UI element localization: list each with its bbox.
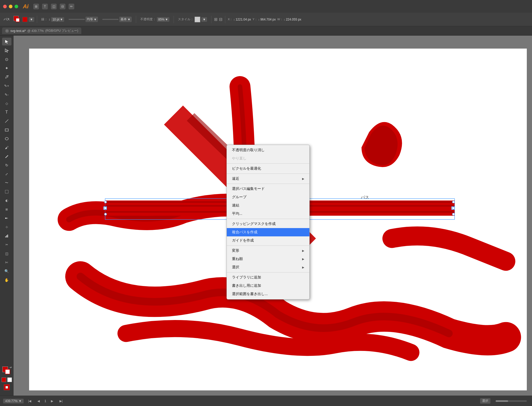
none-mode-btn[interactable]	[7, 377, 12, 382]
color-wells[interactable]	[13, 15, 21, 24]
document-tab[interactable]: × svg-test.ai* @ 439.77% (RGB/GPU プレビュー)	[2, 28, 81, 34]
add-anchor-tool[interactable]: ✎+	[2, 82, 11, 90]
scissors-tool[interactable]: ✄	[2, 258, 11, 266]
menu-sep-2	[227, 174, 309, 174]
menu-item-add-export[interactable]: 書き出し用に追加	[227, 282, 309, 290]
ellipse-tool[interactable]	[2, 135, 11, 143]
rectangle-tool[interactable]	[2, 126, 11, 134]
red-fill-indicator[interactable]	[4, 384, 10, 390]
action-status[interactable]: 選択	[480, 398, 490, 404]
stroke-icon[interactable]: ✏	[69, 4, 74, 9]
stroke-width-group: 線： ↕ 10 pt ▼	[40, 16, 66, 23]
menu-item-add-library[interactable]: ライブラリに追加	[227, 273, 309, 282]
gradient-tool[interactable]	[2, 214, 11, 222]
layout-icon[interactable]: ⊟	[60, 4, 65, 9]
menu-item-transform[interactable]: 変形 ▶	[227, 247, 309, 255]
direct-selection-tool[interactable]	[2, 46, 11, 54]
paintbrush-tool[interactable]: 🖌	[2, 144, 11, 151]
chart-tool[interactable]	[2, 232, 11, 240]
page-number: 1	[44, 399, 46, 403]
style-swatch[interactable]	[195, 17, 200, 22]
main-area: ⊙ ✦ ✎+ ✎- ◇ T 🖌 ↻	[0, 36, 532, 396]
magic-wand-tool[interactable]: ✦	[2, 64, 11, 72]
anchor-convert-tool[interactable]: ◇	[2, 99, 11, 107]
close-button[interactable]	[3, 5, 7, 8]
color-well-area[interactable]: ⇄	[2, 366, 12, 376]
free-transform-tool[interactable]	[2, 188, 11, 196]
prev-page-btn[interactable]: ◀	[36, 398, 41, 404]
stroke-style-select[interactable]: 均等 ▼	[85, 17, 98, 22]
stroke-red-box[interactable]	[22, 17, 28, 22]
libraries-icon[interactable]: ⊞	[33, 4, 39, 9]
type-tool[interactable]: T	[2, 108, 11, 116]
warp-tool[interactable]: 〜	[2, 179, 11, 187]
minimize-button[interactable]	[9, 5, 12, 8]
color-mode-btn[interactable]	[2, 377, 6, 382]
svg-rect-6	[6, 235, 7, 237]
menu-item-average[interactable]: 平均...	[227, 210, 309, 218]
stroke-color-group: ▼	[13, 15, 34, 24]
menu-item-optimize-pixels[interactable]: ピクセルを最適化	[227, 164, 309, 173]
zoom-display[interactable]: 439.77% ▼	[3, 399, 24, 403]
hand-tool[interactable]: ✋	[2, 276, 11, 284]
submenu-arrow-arrange: ▶	[302, 257, 304, 261]
submenu-arrow-transform: ▶	[302, 249, 304, 252]
tab-close-button[interactable]: ×	[5, 29, 9, 33]
line-tool[interactable]	[2, 117, 11, 125]
bottom-color-tools: ⇄	[2, 366, 12, 394]
bridge-icon[interactable]: ◫	[51, 4, 57, 9]
menu-sep-1	[227, 163, 309, 164]
distribute-icon[interactable]: ⊟	[219, 17, 222, 22]
svg-point-18	[104, 213, 107, 215]
svg-point-21	[452, 213, 455, 215]
next-page-btn[interactable]: ▶	[49, 398, 55, 404]
sep-4	[211, 16, 211, 23]
stroke-swatch[interactable]	[5, 369, 10, 374]
pencil-tool[interactable]	[2, 152, 11, 160]
perspective-grid-tool[interactable]: ⊞	[2, 205, 11, 213]
eraser-tool[interactable]: ◫	[2, 250, 11, 257]
scale-tool[interactable]: ⤢	[2, 170, 11, 178]
lasso-tool[interactable]: ⊙	[2, 55, 11, 63]
menu-item-path-edit[interactable]: 選択パス編集モード	[227, 185, 309, 193]
slice-tool[interactable]: ✂	[2, 241, 11, 249]
menu-sep-6	[227, 272, 309, 272]
canvas-area: パス 不透明度の取り消し やり直し ピクセルを最適化 遠近 ▶	[14, 36, 532, 396]
tab-zoom: @ 439.77%	[27, 29, 44, 33]
tab-mode: (RGB/GPU プレビュー)	[45, 29, 78, 33]
stroke-width-value[interactable]: 10 pt ▼	[51, 17, 64, 22]
menu-item-group[interactable]: グループ	[227, 193, 309, 201]
typekit-icon[interactable]: T	[42, 4, 48, 9]
menu-item-arrange[interactable]: 重ね順 ▶	[227, 255, 309, 263]
opacity-value[interactable]: 85% ▼	[157, 17, 169, 22]
last-page-btn[interactable]: ▶|	[58, 398, 64, 404]
svg-point-17	[104, 207, 107, 209]
zoom-tool[interactable]: 🔍	[2, 267, 11, 275]
maximize-button[interactable]	[15, 5, 18, 8]
menu-item-export-selection[interactable]: 選択範囲を書き出し...	[227, 290, 309, 298]
menu-item-redo[interactable]: やり直し	[227, 154, 309, 163]
mesh-tool[interactable]: ⊹	[2, 223, 11, 231]
remove-anchor-tool[interactable]: ✎-	[2, 91, 11, 98]
stroke-color-swatch[interactable]	[16, 18, 20, 22]
menu-item-join[interactable]: 連結	[227, 201, 309, 210]
stroke-style-dropdown[interactable]: ▼	[29, 17, 34, 22]
svg-rect-5	[5, 236, 6, 237]
menu-item-select[interactable]: 選択 ▶	[227, 263, 309, 271]
menu-item-clipping-mask[interactable]: クリッピングマスクを作成	[227, 220, 309, 228]
menu-item-compound-path[interactable]: 複合パスを作成	[227, 228, 309, 236]
menu-item-make-guide[interactable]: ガイドを作成	[227, 236, 309, 245]
swap-colors-icon[interactable]: ⇄	[10, 366, 12, 369]
selection-tool[interactable]	[2, 38, 11, 45]
pen-tool[interactable]	[2, 73, 11, 81]
menu-item-undo-opacity[interactable]: 不透明度の取り消し	[227, 146, 309, 154]
menu-sep-3	[227, 184, 309, 184]
first-page-btn[interactable]: |◀	[27, 398, 32, 404]
w-coord: W： ↕ 224.055 px	[277, 17, 301, 21]
shape-builder-tool[interactable]: ◐	[2, 197, 11, 204]
menu-item-perspective[interactable]: 遠近 ▶	[227, 175, 309, 183]
align-icon[interactable]: ⊞	[214, 17, 217, 22]
stroke-base-select[interactable]: 基本 ▼	[119, 17, 132, 22]
style-dropdown[interactable]: ▼	[201, 17, 207, 22]
rotate-tool[interactable]: ↻	[2, 161, 11, 169]
